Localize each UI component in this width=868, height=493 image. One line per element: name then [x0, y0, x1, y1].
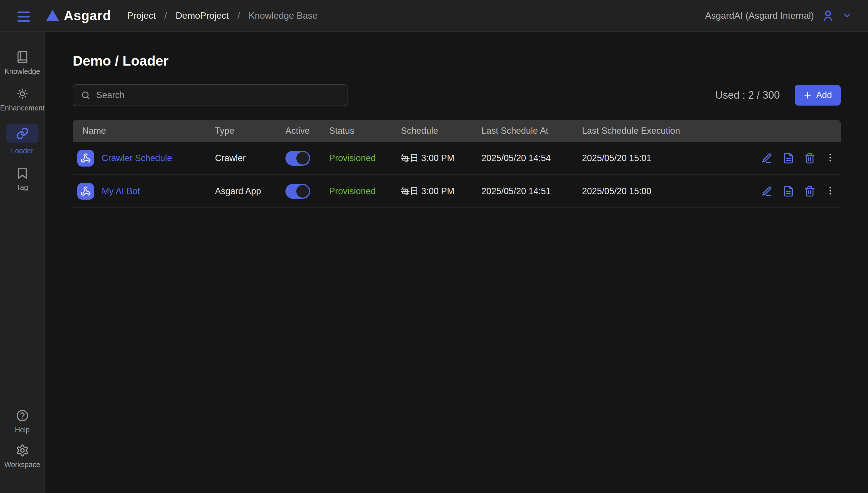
plus-icon	[803, 91, 812, 100]
link-icon	[16, 127, 29, 140]
table-header-row: Name Type Active Status Schedule Last Sc…	[73, 120, 841, 142]
document-icon[interactable]	[783, 152, 794, 164]
sidebar-bottom: Help Workspace	[0, 409, 45, 493]
active-cell	[285, 184, 329, 199]
bookmark-icon	[16, 167, 29, 180]
column-header-last-schedule-at: Last Schedule At	[481, 126, 582, 136]
edit-icon[interactable]	[761, 186, 773, 197]
logo-text: Asgard	[64, 8, 111, 23]
column-header-status: Status	[329, 126, 401, 136]
breadcrumb-demo-project[interactable]: DemoProject	[176, 10, 229, 21]
column-header-schedule: Schedule	[401, 126, 481, 136]
sidebar-item-label: Knowledge	[5, 67, 40, 76]
sidebar-item-help[interactable]: Help	[0, 409, 45, 434]
sidebar-item-label: Tag	[16, 183, 28, 192]
sidebar-item-label: Enhancement	[0, 104, 44, 112]
active-pill	[6, 124, 39, 143]
name-cell: My AI Bot	[73, 183, 215, 200]
breadcrumb: Project / DemoProject / Knowledge Base	[127, 10, 318, 21]
last-schedule-at-cell: 2025/05/20 14:54	[481, 153, 582, 164]
sidebar: Knowledge Enhancement Loader Tag	[0, 31, 45, 493]
active-toggle[interactable]	[285, 151, 310, 166]
search-box[interactable]	[73, 84, 347, 106]
active-cell	[285, 151, 329, 166]
controls-right: Used : 2 / 300 Add	[715, 85, 841, 106]
more-options-icon[interactable]	[825, 152, 836, 164]
type-cell: Crawler	[215, 153, 285, 164]
breadcrumb-separator: /	[237, 10, 240, 21]
top-header: Asgard Project / DemoProject / Knowledge…	[0, 0, 868, 31]
user-avatar-icon[interactable]	[821, 9, 835, 22]
row-actions	[754, 152, 841, 164]
sidebar-item-knowledge[interactable]: Knowledge	[0, 51, 45, 76]
table-row: My AI Bot Asgard App Provisioned 毎日 3:00…	[73, 175, 841, 208]
chevron-down-icon[interactable]	[842, 10, 852, 20]
search-icon	[81, 90, 91, 100]
usage-counter: Used : 2 / 300	[715, 89, 780, 101]
gear-icon	[16, 444, 29, 457]
more-options-icon[interactable]	[825, 186, 836, 197]
status-badge: Provisioned	[329, 153, 401, 164]
webhook-icon	[77, 183, 94, 200]
column-header-last-schedule-execution: Last Schedule Execution	[582, 126, 754, 136]
controls-row: Used : 2 / 300 Add	[73, 84, 841, 106]
sidebar-item-label: Help	[15, 426, 30, 434]
logo-triangle-icon	[46, 10, 59, 21]
page-title: Demo / Loader	[73, 53, 841, 69]
row-actions	[754, 186, 841, 197]
sidebar-item-label: Loader	[11, 147, 33, 155]
status-badge: Provisioned	[329, 186, 401, 196]
sidebar-item-enhancement[interactable]: Enhancement	[0, 87, 45, 112]
webhook-icon	[77, 150, 94, 167]
trash-icon[interactable]	[804, 152, 816, 164]
trash-icon[interactable]	[804, 186, 816, 197]
breadcrumb-current: Knowledge Base	[249, 10, 318, 21]
column-header-active: Active	[285, 126, 329, 136]
type-cell: Asgard App	[215, 186, 285, 196]
main-content: Demo / Loader Used : 2 / 300 Add	[45, 31, 868, 493]
toggle-knob	[296, 152, 309, 165]
sidebar-item-loader[interactable]: Loader	[0, 124, 45, 155]
sidebar-item-tag[interactable]: Tag	[0, 167, 45, 192]
schedule-cell: 毎日 3:00 PM	[401, 152, 481, 164]
sun-icon	[16, 87, 29, 100]
search-input[interactable]	[96, 90, 339, 100]
last-schedule-at-cell: 2025/05/20 14:51	[481, 186, 582, 196]
last-schedule-execution-cell: 2025/05/20 15:01	[582, 153, 754, 164]
toggle-knob	[296, 185, 309, 198]
active-toggle[interactable]	[285, 184, 310, 199]
add-button-label: Add	[816, 90, 832, 100]
add-button[interactable]: Add	[795, 85, 841, 106]
column-header-name: Name	[73, 126, 215, 136]
sidebar-item-workspace[interactable]: Workspace	[0, 444, 45, 469]
account-area: AsgardAI (Asgard Internal)	[705, 9, 852, 22]
schedule-cell: 毎日 3:00 PM	[401, 185, 481, 197]
breadcrumb-separator: /	[164, 10, 167, 21]
column-header-type: Type	[215, 126, 285, 136]
book-icon	[16, 51, 29, 64]
help-circle-icon	[16, 409, 29, 422]
name-cell: Crawler Schedule	[73, 150, 215, 167]
last-schedule-execution-cell: 2025/05/20 15:00	[582, 186, 754, 196]
breadcrumb-project[interactable]: Project	[127, 10, 156, 21]
hamburger-menu-icon[interactable]	[16, 9, 31, 22]
document-icon[interactable]	[783, 186, 794, 197]
account-name: AsgardAI (Asgard Internal)	[705, 10, 814, 21]
table-row: Crawler Schedule Crawler Provisioned 毎日 …	[73, 142, 841, 175]
app-logo[interactable]: Asgard	[46, 8, 111, 23]
edit-icon[interactable]	[761, 152, 773, 164]
loader-name-link[interactable]: My AI Bot	[102, 186, 140, 196]
sidebar-item-label: Workspace	[4, 460, 40, 469]
loader-table: Name Type Active Status Schedule Last Sc…	[73, 120, 841, 208]
loader-name-link[interactable]: Crawler Schedule	[102, 153, 172, 164]
